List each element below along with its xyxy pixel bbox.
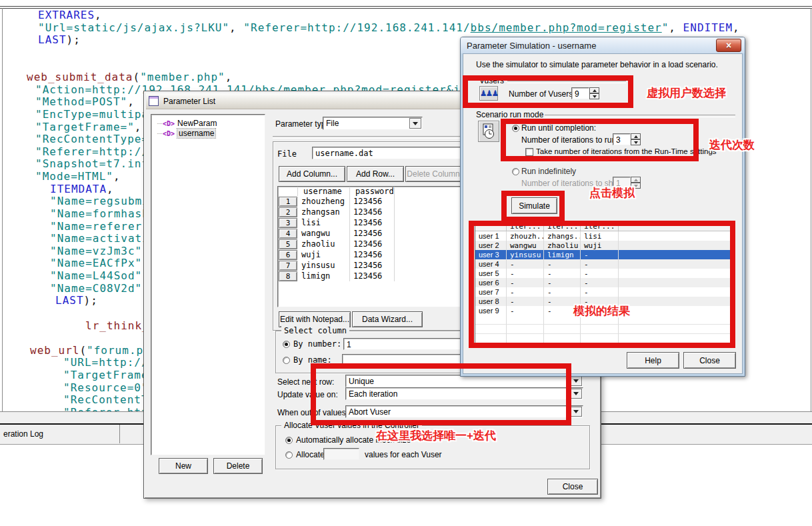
chevron-down-icon[interactable]: [570, 376, 582, 386]
results-cell[interactable]: user 5: [475, 269, 507, 278]
results-cell[interactable]: user 2: [475, 241, 507, 250]
results-column-header[interactable]: iter...: [544, 222, 581, 231]
parameter-data-table[interactable]: usernamepassword1zhouzheng1234562zhangsa…: [277, 186, 472, 307]
spin-down-icon[interactable]: [589, 93, 599, 99]
take-iterations-checkbox[interactable]: [525, 148, 533, 156]
column-header[interactable]: [278, 187, 298, 196]
results-cell[interactable]: -: [507, 306, 544, 315]
results-cell[interactable]: user 3: [475, 250, 507, 259]
table-row[interactable]: 4wangwu123456: [278, 228, 471, 239]
table-row[interactable]: 6wuji123456: [278, 249, 471, 260]
number-of-vusers-field[interactable]: 9: [571, 87, 589, 99]
results-cell[interactable]: user 1: [475, 231, 507, 241]
results-cell[interactable]: -: [507, 269, 544, 278]
table-cell[interactable]: 123456: [350, 196, 395, 207]
parameter-tree[interactable]: ···· <D> NewParam ···· <D> username: [151, 114, 265, 455]
vusers-spinner[interactable]: [589, 87, 599, 99]
table-cell[interactable]: 123456: [350, 239, 395, 249]
table-cell[interactable]: 123456: [350, 207, 395, 217]
chevron-down-icon[interactable]: [570, 389, 582, 399]
results-cell[interactable]: -: [581, 269, 619, 278]
results-cell[interactable]: -: [507, 287, 544, 297]
chevron-down-icon[interactable]: [570, 407, 582, 417]
allocate-radio[interactable]: [285, 451, 293, 459]
spin-up-icon[interactable]: [589, 87, 599, 93]
table-cell[interactable]: 123456: [350, 271, 395, 281]
table-cell[interactable]: zhouzheng: [298, 196, 350, 207]
results-cell[interactable]: zhouzh...: [507, 231, 544, 241]
results-column-header[interactable]: [475, 222, 507, 231]
update-value-on-combo[interactable]: Each iteration: [345, 387, 583, 400]
iterations-to-run-spinner[interactable]: [631, 133, 641, 145]
results-row[interactable]: user 5---: [475, 269, 735, 278]
results-cell[interactable]: user 6: [475, 278, 507, 287]
delete-button[interactable]: Delete: [213, 458, 263, 474]
add-column-button[interactable]: Add Column...: [279, 166, 345, 182]
results-cell[interactable]: [619, 259, 735, 269]
results-cell[interactable]: -: [581, 259, 619, 269]
results-cell[interactable]: -: [544, 278, 581, 287]
simulate-button[interactable]: Simulate: [511, 197, 557, 214]
by-number-radio[interactable]: [283, 341, 290, 348]
results-cell[interactable]: zhaoliu: [544, 241, 581, 250]
new-button[interactable]: New: [159, 458, 208, 474]
table-row[interactable]: 8limign123456: [278, 271, 471, 281]
results-cell[interactable]: wuji: [581, 241, 619, 250]
auto-allocate-radio[interactable]: [285, 437, 293, 444]
results-cell[interactable]: -: [581, 278, 619, 287]
column-header[interactable]: username: [298, 187, 350, 196]
data-wizard-button[interactable]: Data Wizard...: [352, 311, 423, 327]
by-name-radio[interactable]: [283, 357, 290, 364]
parameter-type-combo[interactable]: File: [323, 117, 423, 130]
row-number-button[interactable]: 4: [279, 229, 297, 239]
table-row[interactable]: 2zhangsan123456: [278, 207, 471, 217]
table-cell[interactable]: zhangsan: [298, 207, 350, 217]
results-cell[interactable]: -: [507, 297, 544, 306]
row-number-button[interactable]: 5: [279, 239, 297, 249]
results-cell[interactable]: -: [507, 278, 544, 287]
results-cell[interactable]: -: [581, 250, 619, 259]
table-cell[interactable]: wangwu: [298, 228, 350, 239]
tab-generation-log[interactable]: eration Log: [0, 425, 120, 443]
allocate-count-field[interactable]: [323, 448, 359, 460]
results-cell[interactable]: wangwu: [507, 241, 544, 250]
run-indefinitely-radio[interactable]: [512, 168, 519, 175]
table-cell[interactable]: 123456: [350, 260, 395, 271]
chevron-down-icon[interactable]: [409, 118, 421, 129]
row-number-button[interactable]: 7: [279, 261, 297, 271]
by-number-field[interactable]: 1: [343, 338, 463, 350]
table-cell[interactable]: wuji: [298, 249, 350, 260]
results-cell[interactable]: user 8: [475, 297, 507, 306]
table-cell[interactable]: limign: [298, 271, 350, 281]
results-cell[interactable]: -: [581, 287, 619, 297]
row-number-button[interactable]: 6: [279, 250, 297, 260]
results-cell[interactable]: user 4: [475, 259, 507, 269]
results-cell[interactable]: zhangs...: [544, 231, 581, 241]
help-button[interactable]: Help: [627, 352, 679, 369]
results-row[interactable]: user 2wangwuzhaoliuwuji: [475, 241, 735, 250]
results-cell[interactable]: [619, 306, 735, 315]
run-until-completion-radio[interactable]: [512, 125, 519, 132]
table-row[interactable]: 3lisi123456: [278, 217, 471, 228]
spin-down-icon[interactable]: [631, 139, 641, 145]
table-cell[interactable]: zhaoliu: [298, 239, 350, 249]
when-out-of-values-combo[interactable]: Abort Vuser: [345, 405, 583, 418]
close-icon[interactable]: ×: [716, 39, 741, 52]
results-cell[interactable]: lisi: [581, 231, 619, 241]
table-row[interactable]: 7yinsusu123456: [278, 260, 471, 271]
results-cell[interactable]: [619, 278, 735, 287]
row-number-button[interactable]: 1: [279, 197, 297, 207]
results-row[interactable]: user 7---: [475, 287, 735, 297]
simulation-close-button[interactable]: Close: [683, 352, 736, 369]
column-header[interactable]: password: [350, 187, 395, 196]
results-cell[interactable]: yinsusu: [507, 250, 544, 259]
add-row-button[interactable]: Add Row...: [347, 166, 404, 182]
results-cell[interactable]: [619, 231, 735, 241]
results-cell[interactable]: [619, 250, 735, 259]
results-row[interactable]: user 4---: [475, 259, 735, 269]
results-column-header[interactable]: iter...: [581, 222, 619, 231]
results-cell[interactable]: -: [507, 259, 544, 269]
results-cell[interactable]: user 7: [475, 287, 507, 297]
row-number-button[interactable]: 3: [279, 218, 297, 228]
results-cell[interactable]: -: [544, 287, 581, 297]
